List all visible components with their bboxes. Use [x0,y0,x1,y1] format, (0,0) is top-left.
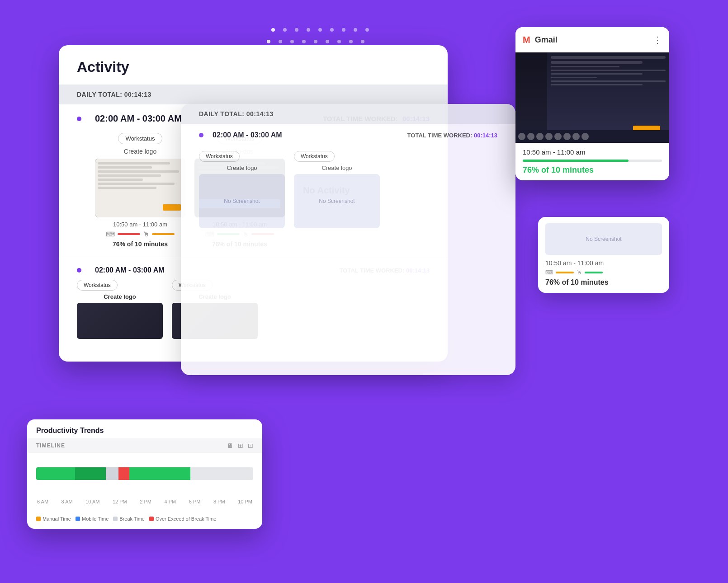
monitor-icon[interactable]: 🖥 [227,442,233,449]
grid-icon[interactable]: ⊞ [238,442,243,449]
project-label-1: Create logo [95,148,185,155]
timeline-label: TIMELINE [36,442,65,449]
taskbar-icon-6 [563,133,571,140]
chart-area: 6 AM 8 AM 10 AM 12 PM 2 PM 4 PM 6 PM 8 P… [27,453,262,512]
gmail-header: M Gmail ⋮ [515,27,669,52]
dot-r2-4 [302,40,306,43]
bar-seg-3 [106,467,119,480]
no-screenshot-placeholder: No Screenshot [545,223,662,255]
back-no-screenshot-2: No Screenshot [294,174,380,228]
taskbar-icon-4 [545,133,553,140]
legend-mobile: Mobile Time [76,516,109,522]
mouse-bar-1 [152,233,175,235]
chart-legend: Manual Time Mobile Time Break Time Over … [27,512,262,529]
chart-label-8pm: 8 PM [213,499,225,504]
screenshot-percent-1: 76% of 10 minutes [95,240,185,248]
gdp-keyboard-bar [556,272,574,273]
gmail-m-icon: M [523,35,530,45]
dot-5 [318,28,322,32]
gdp-keyboard-icon: ⌨ [545,269,553,276]
chart-bars [36,467,253,494]
gmail-taskbar [515,130,669,143]
time-indicator-dot [77,117,81,121]
second-card-1: Workstatus Create logo [77,280,163,339]
dot-r2-8 [349,40,353,43]
productivity-title: Productivity Trends [27,419,262,438]
keyboard-icon-1: ⌨ [106,230,115,238]
legend-break: Break Time [113,516,145,522]
taskbar-icon-2 [527,133,534,140]
gdp-mouse-icon: 🖱 [577,269,582,276]
back-total-label: TOTAL TIME WORKED: 00:14:13 [407,132,497,139]
bar-seg-6 [190,467,253,480]
gmail-logo-area: M Gmail [523,35,558,45]
legend-over-exceed: Over Exceed of Break Time [149,516,217,522]
chart-label-4pm: 4 PM [164,499,176,504]
activity-bars-1: ⌨ 🖱 [95,230,185,238]
legend-manual-dot [36,517,41,521]
dot-r2-1 [267,40,270,43]
dot-r2-7 [337,40,341,43]
keyboard-bar-1 [118,233,140,235]
gdp-percent: 76% of 10 minutes [545,278,662,287]
dot-r2-6 [326,40,329,43]
gdp-mouse-bar [585,272,603,273]
app-badge-1: Workstatus [118,133,163,144]
expand-icon[interactable]: ⊡ [248,442,253,449]
gmail-progress-bar [523,160,662,162]
chart-label-6am: 6 AM [37,499,48,504]
gdp-time: 10:50 am - 11:00 am [545,259,662,267]
dot-7 [342,28,345,32]
daily-total-bar: DAILY TOTAL: 00:14:13 [59,85,448,104]
screenshot-image-1[interactable] [95,159,185,217]
dot-1 [271,28,275,32]
dot-r2-5 [314,40,317,43]
chart-label-10pm: 10 PM [238,499,252,504]
dot-6 [330,28,334,32]
dot-r2-3 [290,40,294,43]
taskbar-icon-8 [581,133,589,140]
screenshot-card-1: Workstatus Create logo 10:50 am [95,133,185,248]
back-time-range: 02:00 AM - 03:00 AM [213,131,282,139]
gmail-menu-icon[interactable]: ⋮ [653,34,662,45]
time-range-2: 02:00 AM - 03:00 AM [95,266,165,274]
taskbar-icon-5 [554,133,562,140]
gmail-screenshot[interactable] [515,52,669,143]
gmail-progress-fill [523,160,629,162]
gmail-percent-text: 76% of 10 minutes [523,165,662,175]
chart-label-10am: 10 AM [85,499,99,504]
dot-4 [307,28,310,32]
legend-mobile-dot [76,517,80,521]
productivity-panel: Productivity Trends TIMELINE 🖥 ⊞ ⊡ 6 AM … [27,419,262,529]
legend-exceed-dot [149,517,154,521]
legend-break-label: Break Time [119,516,145,522]
dot-9 [365,28,369,32]
back-screenshot-card-1: Workstatus Create logo No Screenshot [199,151,285,228]
gmail-title: Gmail [535,35,558,45]
legend-break-dot [113,517,118,521]
dot-r2-2 [279,40,282,43]
gmail-detail-panel: No Screenshot 10:50 am - 11:00 am ⌨ 🖱 76… [538,217,669,293]
back-daily-total: DAILY TOTAL: 00:14:13 [181,104,515,124]
timeline-icons: 🖥 ⊞ ⊡ [227,442,253,449]
gmail-time-section: 10:50 am - 11:00 am 76% of 10 minutes [515,143,669,180]
gdp-activity-bars: ⌨ 🖱 [545,269,662,276]
back-screenshot-card-2: Workstatus Create logo No Screenshot [294,151,380,228]
legend-manual-label: Manual Time [43,516,71,522]
chart-bar-track [36,467,253,480]
timeline-header: TIMELINE 🖥 ⊞ ⊡ [27,438,262,453]
back-no-screenshot-1: No Screenshot [199,174,285,228]
chart-labels: 6 AM 8 AM 10 AM 12 PM 2 PM 4 PM 6 PM 8 P… [36,499,253,504]
legend-manual: Manual Time [36,516,71,522]
dot-3 [295,28,298,32]
dot-8 [354,28,357,32]
gmail-time-text: 10:50 am - 11:00 am [523,148,662,156]
chart-label-2pm: 2 PM [140,499,151,504]
gmail-panel: M Gmail ⋮ [515,27,669,180]
legend-exceed-label: Over Exceed of Break Time [156,516,217,522]
back-activity-panel: DAILY TOTAL: 00:14:13 02:00 AM - 03:00 A… [181,104,515,375]
screenshot-time-1: 10:50 am - 11:00 am [95,221,185,228]
dot-2 [283,28,287,32]
chart-label-6pm: 6 PM [189,499,201,504]
back-time-dot [199,133,203,137]
